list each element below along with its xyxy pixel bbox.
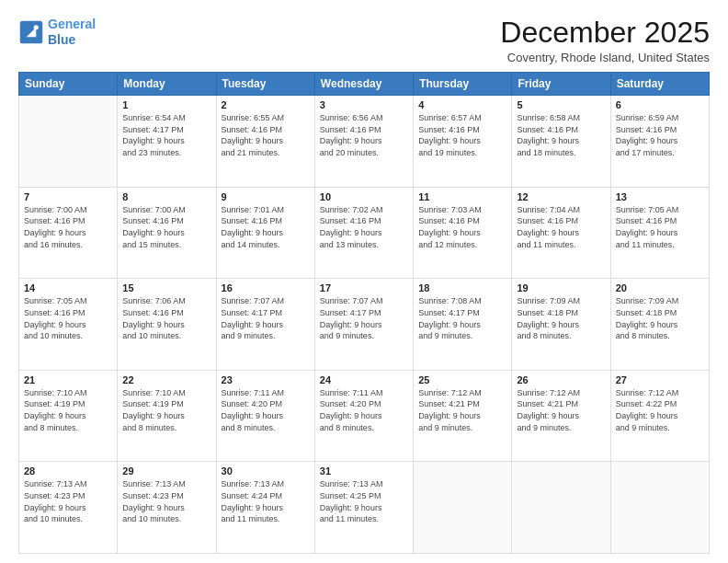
calendar-cell: 24Sunrise: 7:11 AM Sunset: 4:20 PM Dayli… <box>314 370 413 462</box>
svg-point-2 <box>34 25 39 29</box>
calendar-cell: 9Sunrise: 7:01 AM Sunset: 4:16 PM Daylig… <box>216 187 314 279</box>
calendar-cell: 29Sunrise: 7:13 AM Sunset: 4:23 PM Dayli… <box>118 462 216 554</box>
day-number: 28 <box>24 465 112 477</box>
day-info: Sunrise: 7:11 AM Sunset: 4:20 PM Dayligh… <box>320 387 408 433</box>
day-number: 19 <box>517 282 605 293</box>
calendar-cell: 20Sunrise: 7:09 AM Sunset: 4:18 PM Dayli… <box>610 279 709 371</box>
day-number: 2 <box>222 99 310 110</box>
calendar-cell: 22Sunrise: 7:10 AM Sunset: 4:19 PM Dayli… <box>118 370 216 462</box>
logo-line2: Blue <box>48 32 75 47</box>
day-number: 31 <box>320 465 408 477</box>
day-info: Sunrise: 7:00 AM Sunset: 4:16 PM Dayligh… <box>24 204 112 250</box>
calendar-cell: 13Sunrise: 7:05 AM Sunset: 4:16 PM Dayli… <box>610 187 709 279</box>
day-number: 23 <box>222 374 310 385</box>
day-info: Sunrise: 6:58 AM Sunset: 4:16 PM Dayligh… <box>517 112 605 158</box>
title-block: December 2025 Coventry, Rhode Island, Un… <box>500 17 710 64</box>
weekday-header-saturday: Saturday <box>610 73 709 96</box>
calendar-cell: 15Sunrise: 7:06 AM Sunset: 4:16 PM Dayli… <box>118 279 216 371</box>
day-info: Sunrise: 7:09 AM Sunset: 4:18 PM Dayligh… <box>517 295 605 341</box>
day-info: Sunrise: 6:56 AM Sunset: 4:16 PM Dayligh… <box>320 112 408 158</box>
main-title: December 2025 <box>500 17 710 49</box>
calendar-cell: 17Sunrise: 7:07 AM Sunset: 4:17 PM Dayli… <box>314 279 413 371</box>
day-number: 24 <box>320 374 408 385</box>
day-info: Sunrise: 7:10 AM Sunset: 4:19 PM Dayligh… <box>122 387 210 433</box>
day-info: Sunrise: 7:06 AM Sunset: 4:16 PM Dayligh… <box>122 295 210 341</box>
calendar-cell: 1Sunrise: 6:54 AM Sunset: 4:17 PM Daylig… <box>118 96 216 188</box>
day-info: Sunrise: 7:12 AM Sunset: 4:22 PM Dayligh… <box>616 387 704 433</box>
calendar-cell: 11Sunrise: 7:03 AM Sunset: 4:16 PM Dayli… <box>414 187 512 279</box>
calendar-cell: 31Sunrise: 7:13 AM Sunset: 4:25 PM Dayli… <box>314 462 413 554</box>
calendar-cell <box>610 462 709 554</box>
logo-line1: General <box>48 17 96 31</box>
calendar-cell: 21Sunrise: 7:10 AM Sunset: 4:19 PM Dayli… <box>19 370 118 462</box>
day-number: 29 <box>122 465 210 477</box>
calendar-cell: 7Sunrise: 7:00 AM Sunset: 4:16 PM Daylig… <box>19 187 118 279</box>
day-number: 7 <box>24 191 112 202</box>
weekday-header-monday: Monday <box>118 73 216 96</box>
day-number: 15 <box>122 282 210 293</box>
day-number: 25 <box>418 374 506 385</box>
day-info: Sunrise: 7:04 AM Sunset: 4:16 PM Dayligh… <box>517 204 605 250</box>
calendar-cell: 2Sunrise: 6:55 AM Sunset: 4:16 PM Daylig… <box>216 96 314 188</box>
day-info: Sunrise: 7:12 AM Sunset: 4:21 PM Dayligh… <box>418 387 506 433</box>
header: General Blue December 2025 Coventry, Rho… <box>18 17 710 64</box>
calendar-cell: 23Sunrise: 7:11 AM Sunset: 4:20 PM Dayli… <box>216 370 314 462</box>
day-info: Sunrise: 7:07 AM Sunset: 4:17 PM Dayligh… <box>222 295 310 341</box>
calendar-cell: 14Sunrise: 7:05 AM Sunset: 4:16 PM Dayli… <box>19 279 118 371</box>
calendar-cell: 10Sunrise: 7:02 AM Sunset: 4:16 PM Dayli… <box>314 187 413 279</box>
calendar-cell: 4Sunrise: 6:57 AM Sunset: 4:16 PM Daylig… <box>414 96 512 188</box>
calendar-row: 21Sunrise: 7:10 AM Sunset: 4:19 PM Dayli… <box>19 370 710 462</box>
day-info: Sunrise: 7:01 AM Sunset: 4:16 PM Dayligh… <box>222 204 310 250</box>
calendar-cell: 16Sunrise: 7:07 AM Sunset: 4:17 PM Dayli… <box>216 279 314 371</box>
calendar-header: SundayMondayTuesdayWednesdayThursdayFrid… <box>19 73 710 96</box>
calendar-cell: 12Sunrise: 7:04 AM Sunset: 4:16 PM Dayli… <box>512 187 610 279</box>
page: General Blue December 2025 Coventry, Rho… <box>0 0 728 563</box>
day-info: Sunrise: 6:54 AM Sunset: 4:17 PM Dayligh… <box>122 112 210 158</box>
day-info: Sunrise: 7:07 AM Sunset: 4:17 PM Dayligh… <box>320 295 408 341</box>
day-number: 27 <box>616 374 704 385</box>
day-number: 3 <box>320 99 408 110</box>
day-info: Sunrise: 6:59 AM Sunset: 4:16 PM Dayligh… <box>616 112 704 158</box>
weekday-header-friday: Friday <box>512 73 610 96</box>
day-info: Sunrise: 7:10 AM Sunset: 4:19 PM Dayligh… <box>24 387 112 433</box>
day-info: Sunrise: 7:00 AM Sunset: 4:16 PM Dayligh… <box>122 204 210 250</box>
day-number: 9 <box>222 191 310 202</box>
day-info: Sunrise: 7:08 AM Sunset: 4:17 PM Dayligh… <box>418 295 506 341</box>
calendar: SundayMondayTuesdayWednesdayThursdayFrid… <box>18 72 710 554</box>
calendar-cell <box>414 462 512 554</box>
calendar-cell: 5Sunrise: 6:58 AM Sunset: 4:16 PM Daylig… <box>512 96 610 188</box>
calendar-cell <box>19 96 118 188</box>
calendar-cell <box>512 462 610 554</box>
day-number: 5 <box>517 99 605 110</box>
calendar-cell: 18Sunrise: 7:08 AM Sunset: 4:17 PM Dayli… <box>414 279 512 371</box>
day-number: 16 <box>222 282 310 293</box>
day-number: 6 <box>616 99 704 110</box>
day-info: Sunrise: 7:13 AM Sunset: 4:23 PM Dayligh… <box>24 478 112 524</box>
day-info: Sunrise: 6:57 AM Sunset: 4:16 PM Dayligh… <box>418 112 506 158</box>
day-number: 22 <box>122 374 210 385</box>
weekday-header-wednesday: Wednesday <box>314 73 413 96</box>
day-number: 12 <box>517 191 605 202</box>
weekday-header-tuesday: Tuesday <box>216 73 314 96</box>
day-number: 30 <box>222 465 310 477</box>
calendar-cell: 19Sunrise: 7:09 AM Sunset: 4:18 PM Dayli… <box>512 279 610 371</box>
day-info: Sunrise: 7:02 AM Sunset: 4:16 PM Dayligh… <box>320 204 408 250</box>
calendar-row: 1Sunrise: 6:54 AM Sunset: 4:17 PM Daylig… <box>19 96 710 188</box>
calendar-cell: 26Sunrise: 7:12 AM Sunset: 4:21 PM Dayli… <box>512 370 610 462</box>
logo: General Blue <box>18 17 96 48</box>
day-number: 8 <box>122 191 210 202</box>
day-info: Sunrise: 7:05 AM Sunset: 4:16 PM Dayligh… <box>616 204 704 250</box>
calendar-cell: 25Sunrise: 7:12 AM Sunset: 4:21 PM Dayli… <box>414 370 512 462</box>
day-number: 14 <box>24 282 112 293</box>
day-info: Sunrise: 7:05 AM Sunset: 4:16 PM Dayligh… <box>24 295 112 341</box>
day-number: 1 <box>122 99 210 110</box>
day-info: Sunrise: 7:13 AM Sunset: 4:24 PM Dayligh… <box>222 478 310 524</box>
day-number: 20 <box>616 282 704 293</box>
day-number: 4 <box>418 99 506 110</box>
calendar-cell: 27Sunrise: 7:12 AM Sunset: 4:22 PM Dayli… <box>610 370 709 462</box>
calendar-row: 7Sunrise: 7:00 AM Sunset: 4:16 PM Daylig… <box>19 187 710 279</box>
day-number: 18 <box>418 282 506 293</box>
calendar-row: 14Sunrise: 7:05 AM Sunset: 4:16 PM Dayli… <box>19 279 710 371</box>
day-info: Sunrise: 7:13 AM Sunset: 4:25 PM Dayligh… <box>320 478 408 524</box>
day-info: Sunrise: 6:55 AM Sunset: 4:16 PM Dayligh… <box>222 112 310 158</box>
